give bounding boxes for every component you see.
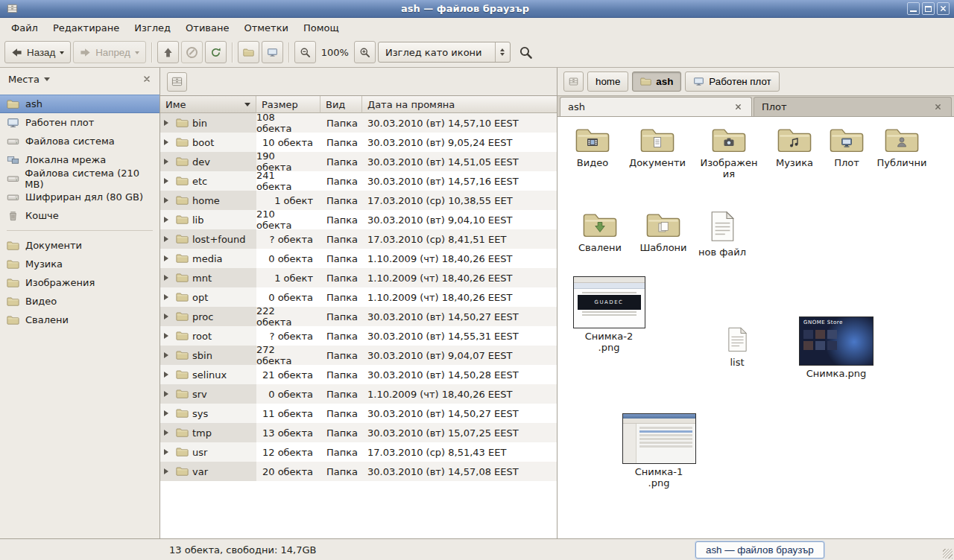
- chevron-down-icon[interactable]: [44, 77, 50, 84]
- column-header-size[interactable]: Размер: [256, 96, 320, 113]
- computer-button[interactable]: [262, 41, 283, 63]
- pathbar-button-2[interactable]: Работен плот: [685, 71, 779, 92]
- sidebar-item-5[interactable]: Шифриран дял (80 GB): [0, 188, 159, 206]
- table-row[interactable]: dev190 обектаПапка30.03.2010 (вт) 14,51,…: [160, 152, 557, 171]
- icon-item-9[interactable]: GUADECСнимка-2.png: [569, 276, 648, 354]
- table-row[interactable]: media0 обектаПапка1.10.2009 (чт) 18,40,2…: [160, 249, 557, 268]
- table-row[interactable]: tmp13 обектаПапка30.03.2010 (вт) 15,07,2…: [160, 423, 557, 442]
- column-header-type[interactable]: Вид: [320, 96, 362, 113]
- sidebar-title[interactable]: Места: [8, 74, 40, 85]
- expander-icon[interactable]: [164, 372, 171, 378]
- expander-icon[interactable]: [164, 391, 171, 397]
- table-row[interactable]: home1 обектПапка17.03.2010 (ср) 10,38,55…: [160, 191, 557, 210]
- menu-item-1[interactable]: Редактиране: [45, 18, 127, 37]
- expander-icon[interactable]: [164, 333, 171, 339]
- reload-button[interactable]: [205, 41, 227, 63]
- icon-item-0[interactable]: Видео: [563, 126, 622, 169]
- expander-icon[interactable]: [164, 120, 171, 126]
- expander-icon[interactable]: [164, 352, 171, 358]
- sidebar-item-0[interactable]: ash: [0, 95, 159, 113]
- menu-item-4[interactable]: Отметки: [236, 18, 295, 37]
- table-row[interactable]: boot10 обектаПапка30.03.2010 (вт) 9,05,2…: [160, 133, 557, 152]
- expander-icon[interactable]: [164, 139, 171, 145]
- taskbar-window-button[interactable]: ash — файлов браузър: [695, 541, 824, 559]
- spinner-icons[interactable]: [495, 42, 510, 62]
- sidebar-item-10[interactable]: Изображения: [0, 273, 159, 292]
- expander-icon[interactable]: [164, 178, 171, 184]
- sidebar-item-11[interactable]: Видео: [0, 292, 159, 311]
- search-button[interactable]: [519, 45, 533, 60]
- close-icon[interactable]: [932, 101, 944, 113]
- icon-item-4[interactable]: Плот: [824, 126, 869, 169]
- expander-icon[interactable]: [164, 197, 171, 203]
- maximize-button[interactable]: [922, 2, 935, 15]
- icon-item-7[interactable]: Шаблони: [632, 211, 695, 254]
- minimize-button[interactable]: [907, 2, 920, 15]
- table-row[interactable]: usr12 обектаПапка17.03.2010 (ср) 8,51,43…: [160, 442, 557, 462]
- icon-item-10[interactable]: list: [718, 327, 756, 369]
- icon-item-11[interactable]: GNOME StoreСнимка.png: [795, 316, 878, 380]
- pathbar-button-1[interactable]: ash: [632, 71, 681, 92]
- close-icon[interactable]: [732, 101, 744, 113]
- menu-item-3[interactable]: Отиване: [178, 18, 236, 37]
- expander-icon[interactable]: [164, 449, 171, 455]
- icon-item-8[interactable]: нов файл: [698, 211, 747, 258]
- titlebar[interactable]: ash — файлов браузър: [0, 0, 954, 18]
- sidebar-item-2[interactable]: Файлова система: [0, 132, 159, 150]
- root-location-button[interactable]: [167, 72, 187, 92]
- table-row[interactable]: opt0 обектаПапка1.10.2009 (чт) 18,40,26 …: [160, 287, 557, 307]
- expander-icon[interactable]: [164, 294, 171, 300]
- icon-item-3[interactable]: Музика: [766, 126, 823, 169]
- table-row[interactable]: selinux21 обектаПапка30.03.2010 (вт) 14,…: [160, 365, 557, 384]
- pathbar-button-0[interactable]: home: [587, 71, 628, 92]
- icon-item-1[interactable]: Документи: [623, 126, 692, 169]
- column-header-name[interactable]: Име: [160, 96, 256, 113]
- zoom-out-button[interactable]: [294, 41, 316, 63]
- expander-icon[interactable]: [164, 430, 171, 436]
- sidebar-item-3[interactable]: Локална мрежа: [0, 150, 159, 169]
- table-row[interactable]: root? обектаПапка30.03.2010 (вт) 14,55,3…: [160, 326, 557, 346]
- icon-grid[interactable]: ВидеоДокументиИзображенияМузикаПлотПубли…: [557, 117, 954, 538]
- back-button[interactable]: Назад: [4, 41, 71, 63]
- home-button[interactable]: [238, 41, 259, 63]
- resize-grip[interactable]: [943, 549, 953, 559]
- expander-icon[interactable]: [164, 410, 171, 416]
- stop-button[interactable]: [181, 41, 203, 63]
- table-row[interactable]: var20 обектаПапка30.03.2010 (вт) 14,57,0…: [160, 462, 557, 481]
- icon-item-5[interactable]: Публични: [871, 126, 933, 169]
- expander-icon[interactable]: [164, 217, 171, 223]
- tab-0[interactable]: ash: [560, 97, 752, 116]
- sidebar-item-8[interactable]: Документи: [0, 236, 159, 255]
- column-header-date[interactable]: Дата на промяна: [362, 96, 557, 113]
- sidebar-item-6[interactable]: Кошче: [0, 206, 159, 225]
- expander-icon[interactable]: [164, 159, 171, 165]
- expander-icon[interactable]: [164, 255, 171, 261]
- zoom-in-button[interactable]: [354, 41, 376, 63]
- sidebar-item-4[interactable]: Файлова система (210 MB): [0, 169, 159, 188]
- sidebar-close-button[interactable]: [140, 72, 154, 86]
- menu-item-0[interactable]: Файл: [4, 18, 45, 37]
- table-row[interactable]: etc241 обектаПапка30.03.2010 (вт) 14,57,…: [160, 171, 557, 191]
- expander-icon[interactable]: [164, 468, 171, 474]
- forward-button[interactable]: Напред: [73, 41, 146, 63]
- table-row[interactable]: sys11 обектаПапка30.03.2010 (вт) 14,50,2…: [160, 404, 557, 423]
- table-row[interactable]: lib210 обектаПапка30.03.2010 (вт) 9,04,1…: [160, 210, 557, 229]
- close-button[interactable]: [937, 2, 950, 15]
- tab-1[interactable]: Плот: [754, 97, 952, 116]
- table-row[interactable]: lost+found? обектаПапка17.03.2010 (ср) 8…: [160, 229, 557, 249]
- up-button[interactable]: [157, 41, 179, 63]
- menu-item-2[interactable]: Изглед: [127, 18, 178, 37]
- table-row[interactable]: srv0 обектаПапка1.10.2009 (чт) 18,40,26 …: [160, 384, 557, 404]
- table-row[interactable]: mnt1 обектПапка1.10.2009 (чт) 18,40,26 E…: [160, 268, 557, 287]
- expander-icon[interactable]: [164, 275, 171, 281]
- icon-item-2[interactable]: Изображения: [695, 126, 763, 180]
- sidebar-item-12[interactable]: Свалени: [0, 311, 159, 329]
- sidebar-item-9[interactable]: Музика: [0, 255, 159, 273]
- table-row[interactable]: proc222 обектаПапка30.03.2010 (вт) 14,50…: [160, 307, 557, 326]
- view-mode-select[interactable]: Изглед като икони: [378, 42, 511, 63]
- root-pathbar-button[interactable]: [563, 71, 584, 92]
- menu-item-5[interactable]: Помощ: [296, 18, 347, 37]
- icon-item-12[interactable]: Снимка-1.png: [617, 413, 701, 489]
- sidebar-item-1[interactable]: Работен плот: [0, 113, 159, 132]
- expander-icon[interactable]: [164, 314, 171, 319]
